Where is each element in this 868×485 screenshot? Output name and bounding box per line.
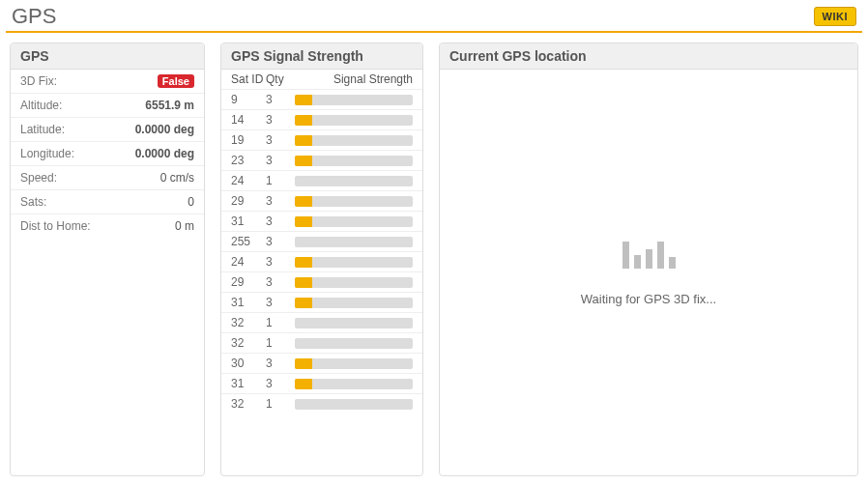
sat-qty: 3 bbox=[266, 154, 295, 167]
signal-row: 321 bbox=[221, 333, 422, 354]
signal-row: 243 bbox=[221, 252, 422, 272]
signal-row: 303 bbox=[221, 354, 422, 374]
sat-strength-bar bbox=[295, 156, 413, 166]
gps-row-label: Speed: bbox=[20, 171, 57, 185]
gps-row-label: Latitude: bbox=[20, 123, 65, 136]
signal-bars-icon bbox=[622, 240, 676, 269]
signal-row: 313 bbox=[221, 212, 422, 232]
sat-strength-bar bbox=[295, 196, 413, 207]
signal-row: 313 bbox=[221, 293, 422, 313]
sat-strength-bar bbox=[295, 237, 413, 247]
sat-qty: 3 bbox=[266, 133, 295, 147]
sat-id: 32 bbox=[231, 397, 266, 411]
gps-row: Altitude:6551.9 m bbox=[11, 94, 204, 118]
signal-panel-title: GPS Signal Strength bbox=[221, 43, 422, 70]
gps-panel: GPS 3D Fix:FalseAltitude:6551.9 mLatitud… bbox=[10, 43, 205, 476]
sat-strength-bar bbox=[295, 399, 413, 410]
signal-row: 2553 bbox=[221, 232, 422, 252]
sat-strength-bar bbox=[295, 257, 413, 268]
signal-header-row: Sat ID Qty Signal Strength bbox=[221, 70, 422, 90]
location-waiting-text: Waiting for GPS 3D fix... bbox=[581, 292, 716, 306]
col-header-strength: Signal Strength bbox=[295, 72, 413, 86]
gps-row-label: Altitude: bbox=[20, 99, 62, 112]
sat-id: 31 bbox=[231, 214, 266, 228]
page-header: GPS WIKI bbox=[6, 4, 862, 33]
sat-id: 29 bbox=[231, 194, 266, 208]
gps-row-value: 0 m bbox=[175, 219, 194, 233]
sat-id: 31 bbox=[231, 377, 266, 390]
sat-strength-bar bbox=[295, 176, 413, 186]
signal-rows: 9314319323324129331325532432933133213213… bbox=[221, 90, 422, 414]
sat-qty: 3 bbox=[266, 194, 295, 208]
sat-strength-bar bbox=[295, 379, 413, 389]
sat-strength-bar bbox=[295, 216, 413, 227]
gps-row: Dist to Home:0 m bbox=[11, 214, 204, 238]
sat-strength-bar bbox=[295, 277, 413, 288]
gps-row-label: Sats: bbox=[20, 195, 46, 209]
location-body: Waiting for GPS 3D fix... bbox=[440, 70, 857, 475]
gps-row-value: 6551.9 m bbox=[145, 99, 194, 112]
location-panel: Current GPS location Waiting for GPS 3D … bbox=[439, 43, 858, 476]
sat-qty: 3 bbox=[266, 255, 295, 269]
signal-row: 293 bbox=[221, 191, 422, 212]
sat-qty: 3 bbox=[266, 93, 295, 106]
gps-row: Sats:0 bbox=[11, 190, 204, 214]
gps-3dfix-badge: False bbox=[158, 74, 194, 88]
page-title: GPS bbox=[12, 4, 56, 29]
sat-id: 19 bbox=[231, 133, 266, 147]
signal-row: 143 bbox=[221, 110, 422, 130]
gps-row: 3D Fix:False bbox=[11, 70, 204, 94]
sat-id: 9 bbox=[231, 93, 266, 106]
sat-qty: 3 bbox=[266, 113, 295, 127]
sat-id: 24 bbox=[231, 174, 266, 187]
signal-row: 313 bbox=[221, 374, 422, 394]
signal-panel: GPS Signal Strength Sat ID Qty Signal St… bbox=[220, 43, 423, 476]
location-panel-title: Current GPS location bbox=[440, 43, 857, 70]
signal-row: 193 bbox=[221, 130, 422, 151]
gps-row: Longitude:0.0000 deg bbox=[11, 142, 204, 166]
gps-row-value: 0 bbox=[188, 195, 194, 209]
signal-row: 321 bbox=[221, 394, 422, 414]
sat-qty: 3 bbox=[266, 235, 295, 248]
gps-row: Speed:0 cm/s bbox=[11, 166, 204, 190]
sat-id: 30 bbox=[231, 357, 266, 370]
wiki-button[interactable]: WIKI bbox=[814, 7, 856, 26]
gps-row-label: Dist to Home: bbox=[20, 219, 91, 233]
sat-id: 32 bbox=[231, 336, 266, 350]
sat-qty: 1 bbox=[266, 336, 295, 350]
sat-strength-bar bbox=[295, 318, 413, 328]
col-header-qty: Qty bbox=[266, 72, 295, 86]
gps-row-label: Longitude: bbox=[20, 147, 74, 160]
signal-row: 241 bbox=[221, 171, 422, 191]
gps-row: Latitude:0.0000 deg bbox=[11, 118, 204, 142]
sat-strength-bar bbox=[295, 298, 413, 308]
gps-row-value: 0.0000 deg bbox=[135, 123, 194, 136]
sat-qty: 3 bbox=[266, 275, 295, 289]
sat-qty: 3 bbox=[266, 377, 295, 390]
col-header-satid: Sat ID bbox=[231, 72, 266, 86]
sat-qty: 3 bbox=[266, 357, 295, 370]
sat-qty: 1 bbox=[266, 397, 295, 411]
sat-id: 23 bbox=[231, 154, 266, 167]
gps-row-label: 3D Fix: bbox=[20, 74, 57, 88]
sat-strength-bar bbox=[295, 135, 413, 146]
sat-qty: 1 bbox=[266, 174, 295, 187]
sat-id: 24 bbox=[231, 255, 266, 269]
sat-id: 29 bbox=[231, 275, 266, 289]
gps-row-value: 0 cm/s bbox=[160, 171, 194, 185]
panels-container: GPS 3D Fix:FalseAltitude:6551.9 mLatitud… bbox=[6, 43, 862, 476]
sat-strength-bar bbox=[295, 338, 413, 349]
sat-id: 255 bbox=[231, 235, 266, 248]
sat-qty: 1 bbox=[266, 316, 295, 329]
sat-strength-bar bbox=[295, 115, 413, 126]
signal-row: 93 bbox=[221, 90, 422, 110]
sat-strength-bar bbox=[295, 95, 413, 105]
signal-row: 321 bbox=[221, 313, 422, 333]
sat-qty: 3 bbox=[266, 214, 295, 228]
gps-panel-title: GPS bbox=[11, 43, 204, 70]
sat-strength-bar bbox=[295, 358, 413, 369]
sat-qty: 3 bbox=[266, 296, 295, 309]
gps-rows: 3D Fix:FalseAltitude:6551.9 mLatitude:0.… bbox=[11, 70, 204, 238]
signal-row: 293 bbox=[221, 272, 422, 293]
signal-row: 233 bbox=[221, 151, 422, 171]
